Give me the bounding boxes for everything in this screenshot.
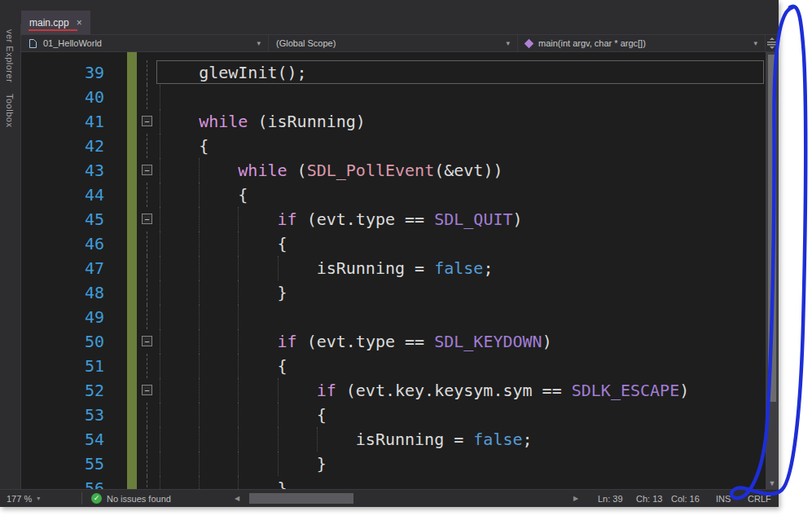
code-line[interactable]: 40 [21,85,766,109]
outline-margin [140,85,156,109]
code-line[interactable]: 43− while (SDL_PollEvent(&evt)) [21,158,766,183]
code-text: while (SDL_PollEvent(&evt)) [160,158,503,183]
code-line[interactable]: 54 isRunning = false; [21,427,766,452]
file-tab[interactable]: main.cpp × [21,11,90,34]
fold-toggle[interactable]: − [142,116,152,126]
project-dropdown[interactable]: 01_HelloWorld ▾ [21,35,269,51]
scroll-left-icon[interactable]: ◀ [231,495,243,502]
method-icon [525,38,533,47]
outline-margin [140,256,156,280]
fold-toggle[interactable]: − [142,336,152,346]
code-line[interactable]: 51 { [21,354,766,378]
line-number[interactable]: 42 [68,134,104,158]
code-line[interactable]: 53 { [21,403,766,427]
scroll-down-icon[interactable]: ▼ [766,479,779,487]
outline-margin [140,183,156,207]
code-token: ; [523,430,533,449]
split-editor-button[interactable] [766,35,779,51]
health-indicator-label: No issues found [107,494,171,504]
line-number[interactable]: 49 [68,305,104,329]
code-line[interactable]: 56 } [21,476,766,489]
line-number[interactable]: 39 [68,60,104,85]
code-token [160,332,278,351]
member-dropdown[interactable]: main(int argv, char * argc[]) ▾ [518,35,766,51]
line-number[interactable]: 44 [68,183,104,207]
code-line[interactable]: 49 [21,305,766,329]
tool-window-sidebar: ver Explorer Toolbox [0,24,21,489]
horizontal-scrollbar-track[interactable] [248,490,565,507]
sidebar-item-server-explorer[interactable]: ver Explorer [5,29,15,82]
line-number[interactable]: 40 [68,85,104,109]
health-indicator[interactable]: ✓ No issues found [91,490,171,507]
sidebar-item-toolbox[interactable]: Toolbox [5,94,15,127]
fold-toggle[interactable]: − [142,385,152,395]
code-line[interactable]: 47 isRunning = false; [21,256,766,280]
code-line[interactable]: 52− if (evt.key.keysym.sym == SDLK_ESCAP… [21,378,766,403]
check-icon: ✓ [91,493,102,504]
indent-guide [160,305,160,329]
editor-status-margin: 177 % ▾ ✓ No issues found ◀ ▶ Ln: 39 Ch:… [0,489,779,507]
code-line[interactable]: 48 } [21,280,766,305]
fold-toggle[interactable]: − [142,165,152,175]
scope-dropdown[interactable]: (Global Scope) ▾ [269,35,518,51]
code-text: if (evt.key.keysym.sym == SDLK_ESCAPE) [160,378,689,403]
code-token: false [473,430,522,449]
code-editor[interactable]: 39 glewInit();4041− while (isRunning)42 … [21,52,766,489]
outline-margin: − [140,158,156,183]
separator [81,492,82,505]
code-token: (evt.type == [297,209,435,229]
code-token: while [199,112,248,131]
line-number[interactable]: 51 [68,354,104,378]
tab-underline [29,29,77,31]
line-number[interactable]: 46 [68,231,104,256]
chevron-down-icon: ▾ [37,495,40,502]
code-rows: 39 glewInit();4041− while (isRunning)42 … [21,60,766,489]
line-number[interactable]: 41 [68,109,104,134]
horizontal-scrollbar[interactable]: ◀ ▶ [231,490,582,507]
outline-margin [140,134,156,158]
code-line[interactable]: 41− while (isRunning) [21,109,766,134]
line-ending-indicator: CRLF [748,490,771,507]
code-line[interactable]: 39 glewInit(); [21,60,766,85]
code-line[interactable]: 46 { [21,231,766,256]
scroll-right-icon[interactable]: ▶ [570,495,582,502]
outline-margin [140,280,156,305]
navigation-bar: 01_HelloWorld ▾ (Global Scope) ▾ main(in… [21,34,779,52]
code-text: if (evt.type == SDL_KEYDOWN) [160,329,552,354]
code-line[interactable]: 42 { [21,134,766,158]
line-number[interactable]: 48 [68,280,104,305]
line-number[interactable]: 43 [68,158,104,183]
code-text: isRunning = false; [160,427,533,452]
code-token: (evt.key.keysym.sym == [336,381,572,400]
outline-guide-line [147,134,147,158]
line-number[interactable]: 52 [68,378,104,403]
code-token: { [160,356,287,376]
outline-margin [140,476,156,489]
code-token: { [160,136,208,156]
member-dropdown-label: main(int argv, char * argc[]) [538,38,646,48]
code-token: if [278,209,297,229]
code-token [160,209,278,229]
zoom-control[interactable]: 177 % ▾ [7,490,40,507]
code-line[interactable]: 45− if (evt.type == SDL_QUIT) [21,207,766,231]
vertical-scrollbar-thumb[interactable] [768,55,776,402]
code-line[interactable]: 55 } [21,452,766,476]
code-line[interactable]: 50− if (evt.type == SDL_KEYDOWN) [21,329,766,354]
close-icon[interactable]: × [77,17,82,29]
line-number[interactable]: 54 [68,427,104,452]
code-line[interactable]: 44 { [21,183,766,207]
line-number[interactable]: 55 [68,452,104,476]
fold-toggle[interactable]: − [142,214,152,224]
outline-guide-line [147,305,147,329]
outline-margin: − [140,207,156,231]
line-number[interactable]: 45 [68,207,104,231]
line-number[interactable]: 47 [68,256,104,280]
indent-guide [199,305,200,329]
vertical-scrollbar[interactable]: ▼ [766,52,779,489]
line-number[interactable]: 56 [68,476,104,489]
code-token: isRunning = [160,258,434,278]
horizontal-scrollbar-thumb[interactable] [249,493,353,504]
code-token: (&evt)) [434,161,503,180]
line-number[interactable]: 50 [68,329,104,354]
line-number[interactable]: 53 [68,403,104,427]
